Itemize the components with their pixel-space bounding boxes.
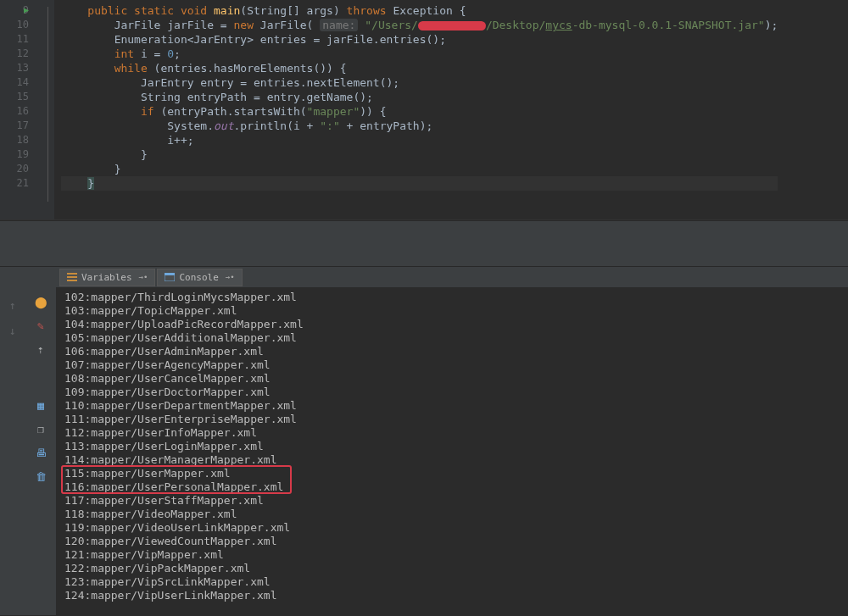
print-icon[interactable]: 🖶 xyxy=(33,445,48,460)
code-line[interactable]: int i = 0; xyxy=(61,47,778,61)
console-icon xyxy=(165,272,175,282)
line-number: 16 xyxy=(0,104,29,119)
console-line: 107:mapper/UserAgencyMapper.xml xyxy=(64,358,848,372)
pin-icon[interactable]: →• xyxy=(226,273,235,281)
svg-rect-1 xyxy=(67,276,77,278)
layout-icon[interactable]: ▦ xyxy=(33,397,48,413)
console-panel: ↑ ↓ ⬤ ✎ ⇡ ▦ ❐ 🖶 🗑 102:mapper/ThirdLoginM… xyxy=(0,287,848,615)
tool-column-actions: ⬤ ✎ ⇡ ▦ ❐ 🖶 🗑 xyxy=(25,287,56,615)
console-line: 105:mapper/UserAdditionalMapper.xml xyxy=(64,331,848,345)
console-line: 104:mapper/UploadPicRecordMapper.xml xyxy=(64,318,848,331)
svg-rect-0 xyxy=(67,273,77,275)
redacted-text xyxy=(418,21,486,31)
code-line[interactable]: String entryPath = entry.getName(); xyxy=(61,90,778,104)
stack-down-icon[interactable]: ↓ xyxy=(5,323,20,338)
console-line: 110:mapper/UserDepartmentMapper.xml xyxy=(64,399,848,413)
console-line: 121:mapper/VipMapper.xml xyxy=(64,548,848,562)
code-editor[interactable]: public static void main(String[] args) t… xyxy=(54,0,778,219)
console-line: 116:mapper/UserPersonalMapper.xml xyxy=(64,480,848,494)
line-number: 21 xyxy=(0,176,29,191)
stack-up-icon[interactable]: ↑ xyxy=(5,297,20,313)
editor-area: ▶ 9 10 11 12 13 14 15 16 17 18 19 20 21 … xyxy=(0,0,848,220)
tab-label: Variables xyxy=(81,272,132,283)
run-gutter-icon[interactable]: ▶ xyxy=(24,3,29,17)
export-icon[interactable]: ⇡ xyxy=(33,341,48,357)
line-number: 19 xyxy=(0,147,29,162)
line-number: 13 xyxy=(0,61,29,75)
breakpoint-icon[interactable]: ⬤ xyxy=(33,294,48,309)
code-line[interactable]: Enumeration<JarEntry> entries = jarFile.… xyxy=(61,32,778,47)
console-line: 114:mapper/UserManagerMapper.xml xyxy=(64,453,848,467)
tab-console[interactable]: Console →• xyxy=(157,269,242,286)
code-line[interactable]: JarEntry entry = entries.nextElement(); xyxy=(61,75,778,90)
copy-icon[interactable]: ❐ xyxy=(33,421,48,436)
line-number: 18 xyxy=(0,133,29,147)
param-hint: name: xyxy=(320,19,358,31)
console-line: 122:mapper/VipPackMapper.xml xyxy=(64,562,848,575)
tool-column-left: ↑ ↓ xyxy=(0,287,25,615)
tab-variables[interactable]: Variables →• xyxy=(59,269,155,286)
code-line[interactable]: } xyxy=(61,176,778,191)
svg-rect-2 xyxy=(67,280,77,281)
console-line: 108:mapper/UserCancelMapper.xml xyxy=(64,372,848,386)
console-line: 102:mapper/ThirdLoginMycsMapper.xml xyxy=(64,291,848,304)
code-line[interactable]: JarFile jarFile = new JarFile( name: "/U… xyxy=(61,18,778,32)
debug-tabs: Variables →• Console →• xyxy=(0,267,848,287)
panel-divider[interactable] xyxy=(0,220,848,267)
console-line: 124:mapper/VipUserLinkMapper.xml xyxy=(64,589,848,602)
code-line[interactable]: System.out.println(i + ":" + entryPath); xyxy=(61,119,778,133)
console-line: 120:mapper/ViewedCountMapper.xml xyxy=(64,535,848,548)
console-output[interactable]: 102:mapper/ThirdLoginMycsMapper.xml 103:… xyxy=(56,287,848,615)
line-number: 10 xyxy=(0,18,29,32)
line-number: 17 xyxy=(0,119,29,133)
code-line[interactable]: while (entries.hasMoreElements()) { xyxy=(61,61,778,75)
edit-icon[interactable]: ✎ xyxy=(33,318,48,333)
code-line[interactable]: if (entryPath.startsWith("mapper")) { xyxy=(61,104,778,119)
console-line: 119:mapper/VideoUserLinkMapper.xml xyxy=(64,521,848,535)
line-number: 11 xyxy=(0,32,29,47)
code-line[interactable]: i++; xyxy=(61,133,778,147)
line-gutter: ▶ 9 10 11 12 13 14 15 16 17 18 19 20 21 xyxy=(0,0,42,219)
variables-icon xyxy=(67,272,77,282)
line-number: 14 xyxy=(0,75,29,90)
code-line[interactable]: public static void main(String[] args) t… xyxy=(61,3,778,18)
console-line: 123:mapper/VipSrcLinkMapper.xml xyxy=(64,575,848,589)
tab-label: Console xyxy=(179,272,218,283)
console-line: 113:mapper/UserLoginMapper.xml xyxy=(64,440,848,453)
console-line: 117:mapper/UserStaffMapper.xml xyxy=(64,494,848,508)
console-line: 106:mapper/UserAdminMapper.xml xyxy=(64,345,848,358)
fold-column[interactable] xyxy=(42,0,54,219)
line-number: 20 xyxy=(0,162,29,176)
svg-rect-4 xyxy=(165,273,175,275)
code-line[interactable]: } xyxy=(61,162,778,176)
pin-icon[interactable]: →• xyxy=(139,273,148,281)
line-number: 12 xyxy=(0,47,29,61)
code-line[interactable]: } xyxy=(61,147,778,162)
console-line: 115:mapper/UserMapper.xml xyxy=(64,467,848,480)
console-line: 109:mapper/UserDoctorMapper.xml xyxy=(64,386,848,399)
trash-icon[interactable]: 🗑 xyxy=(33,469,48,484)
console-line: 118:mapper/VideoMapper.xml xyxy=(64,508,848,521)
line-number: 15 xyxy=(0,90,29,104)
console-line: 111:mapper/UserEnterpriseMapper.xml xyxy=(64,413,848,426)
console-line: 103:mapper/TopicMapper.xml xyxy=(64,304,848,318)
console-line: 112:mapper/UserInfoMapper.xml xyxy=(64,426,848,440)
